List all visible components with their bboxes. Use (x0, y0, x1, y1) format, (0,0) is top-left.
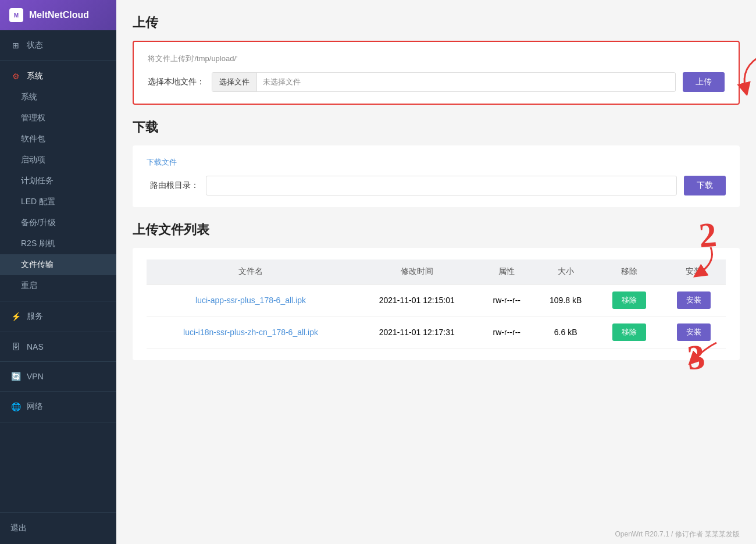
file-list-title: 上传文件列表 (133, 221, 740, 239)
choose-file-button[interactable]: 选择文件 (212, 73, 257, 91)
sidebar-sub-startup[interactable]: 启动项 (0, 150, 116, 170)
file-list-card: 文件名 修改时间 属性 大小 移除 安装 luci-app-ssr-plus_1… (133, 248, 740, 360)
sidebar-sub-startup-label: 启动项 (21, 155, 45, 165)
file-list-table: 文件名 修改时间 属性 大小 移除 安装 luci-app-ssr-plus_1… (147, 259, 726, 349)
nas-icon: 🗄 (10, 342, 21, 351)
sidebar-sub-filetransfer[interactable]: 文件传输 (0, 254, 116, 275)
sidebar-item-services[interactable]: ⚡ 服务 (0, 306, 116, 327)
footer-text: OpenWrt R20.7.1 / 修订作者 某某某发版 (615, 530, 740, 538)
sidebar-sub-system[interactable]: 系统 (0, 87, 116, 108)
download-link[interactable]: 下载文件 (147, 157, 726, 168)
sidebar-sub-backup-label: 备份/升级 (21, 218, 56, 228)
col-attr: 属性 (479, 259, 534, 285)
sidebar-item-vpn-label: VPN (27, 372, 44, 381)
upload-card: 将文件上传到'/tmp/upload/' 选择本地文件： 选择文件 未选择文件 … (133, 41, 740, 105)
sidebar-sub-led-label: LED 配置 (21, 197, 55, 207)
col-mtime: 修改时间 (355, 259, 479, 285)
file-attr: rw-r--r-- (479, 285, 534, 317)
remove-button[interactable]: 移除 (612, 323, 646, 341)
footer: OpenWrt R20.7.1 / 修订作者 某某某发版 (116, 525, 756, 544)
sidebar-item-nas-label: NAS (27, 342, 44, 351)
router-path-input[interactable] (206, 176, 677, 195)
col-filename: 文件名 (147, 259, 355, 285)
col-size: 大小 (534, 259, 597, 285)
upload-button[interactable]: 上传 (683, 72, 725, 92)
sidebar-sub-backup[interactable]: 备份/升级 (0, 212, 116, 233)
install-button[interactable]: 安装 (677, 323, 711, 341)
network-icon: 🌐 (10, 402, 21, 411)
file-name-link[interactable]: luci-app-ssr-plus_178-6_all.ipk (195, 296, 306, 305)
table-row: luci-app-ssr-plus_178-6_all.ipk 2021-11-… (147, 285, 726, 317)
remove-button[interactable]: 移除 (612, 291, 646, 309)
sidebar-sub-permissions-label: 管理权 (21, 113, 45, 123)
file-name-display: 未选择文件 (257, 77, 675, 87)
download-form-row: 路由根目录： 下载 (147, 176, 726, 195)
sidebar-sub-software-label: 软件包 (21, 134, 45, 144)
main-content: 上传 将文件上传到'/tmp/upload/' 选择本地文件： 选择文件 未选择… (116, 0, 756, 525)
sidebar-sub-r2s-label: R2S 刷机 (21, 239, 55, 249)
vpn-icon: 🔄 (10, 372, 21, 381)
logout-button[interactable]: 退出 (10, 520, 106, 537)
sidebar-item-system[interactable]: ⚙ 系统 (0, 66, 116, 87)
download-title: 下载 (133, 119, 740, 136)
sidebar-sub-reboot[interactable]: 重启 (0, 275, 116, 296)
upload-hint: 将文件上传到'/tmp/upload/' (148, 54, 725, 64)
file-size: 109.8 kB (534, 285, 597, 317)
sidebar-sub-scheduled[interactable]: 计划任务 (0, 170, 116, 191)
col-install: 安装 (661, 259, 726, 285)
file-name-link[interactable]: luci-i18n-ssr-plus-zh-cn_178-6_all.ipk (183, 328, 318, 337)
download-card: 下载文件 路由根目录： 下载 (133, 145, 740, 207)
sidebar-item-vpn[interactable]: 🔄 VPN (0, 367, 116, 386)
file-mtime: 2021-11-01 12:17:31 (355, 317, 479, 349)
sidebar-logo: M MeltNetCloud (0, 0, 116, 30)
sidebar-section-services: ⚡ 服务 (0, 301, 116, 332)
sidebar: M MeltNetCloud ⊞ 状态 ⚙ 系统 系统 管理权 软件包 启动项 … (0, 0, 116, 544)
sidebar-item-network-label: 网络 (27, 401, 43, 412)
install-button[interactable]: 安装 (677, 291, 711, 309)
file-attr: rw-r--r-- (479, 317, 534, 349)
col-remove: 移除 (597, 259, 661, 285)
sidebar-sub-software[interactable]: 软件包 (0, 129, 116, 150)
logo-icon: M (9, 8, 23, 22)
table-row: luci-i18n-ssr-plus-zh-cn_178-6_all.ipk 2… (147, 317, 726, 349)
sidebar-item-status-label: 状态 (27, 40, 43, 51)
sidebar-sub-led[interactable]: LED 配置 (0, 191, 116, 212)
sidebar-sub-permissions[interactable]: 管理权 (0, 108, 116, 129)
services-icon: ⚡ (10, 312, 21, 321)
file-label: 选择本地文件： (148, 77, 205, 87)
file-list-body: luci-app-ssr-plus_178-6_all.ipk 2021-11-… (147, 285, 726, 349)
sidebar-section-status: ⊞ 状态 (0, 30, 116, 61)
sidebar-sub-reboot-label: 重启 (21, 280, 37, 291)
sidebar-item-services-label: 服务 (27, 311, 43, 322)
file-mtime: 2021-11-01 12:15:01 (355, 285, 479, 317)
sidebar-section-system: ⚙ 系统 系统 管理权 软件包 启动项 计划任务 LED 配置 备份/升级 R2… (0, 61, 116, 301)
sidebar-section-vpn: 🔄 VPN (0, 362, 116, 392)
file-size: 6.6 kB (534, 317, 597, 349)
grid-icon: ⊞ (10, 41, 21, 50)
download-button[interactable]: 下载 (684, 176, 726, 195)
upload-title: 上传 (133, 14, 740, 31)
sidebar-section-nas: 🗄 NAS (0, 332, 116, 362)
sidebar-item-nas[interactable]: 🗄 NAS (0, 337, 116, 357)
upload-form-row: 选择本地文件： 选择文件 未选择文件 上传 (148, 72, 725, 92)
gear-icon: ⚙ (10, 72, 21, 81)
sidebar-sub-scheduled-label: 计划任务 (21, 176, 54, 186)
sidebar-item-network[interactable]: 🌐 网络 (0, 396, 116, 417)
sidebar-sub-system-label: 系统 (21, 92, 37, 102)
file-list-header: 文件名 修改时间 属性 大小 移除 安装 (147, 259, 726, 285)
sidebar-item-status[interactable]: ⊞ 状态 (0, 35, 116, 56)
sidebar-sub-r2s[interactable]: R2S 刷机 (0, 233, 116, 254)
file-input-wrapper: 选择文件 未选择文件 (212, 72, 676, 92)
sidebar-bottom: 退出 (0, 512, 116, 544)
sidebar-section-network: 🌐 网络 (0, 392, 116, 422)
sidebar-item-system-label: 系统 (27, 71, 43, 81)
upload-section-wrapper: 上传 将文件上传到'/tmp/upload/' 选择本地文件： 选择文件 未选择… (133, 14, 740, 105)
file-list-section-wrapper: 上传文件列表 2 文件名 修改时间 属性 大小 移除 安装 (133, 221, 740, 360)
sidebar-sub-filetransfer-label: 文件传输 (21, 259, 54, 270)
logo-text: MeltNetCloud (29, 10, 89, 20)
router-root-label: 路由根目录： (147, 180, 199, 191)
